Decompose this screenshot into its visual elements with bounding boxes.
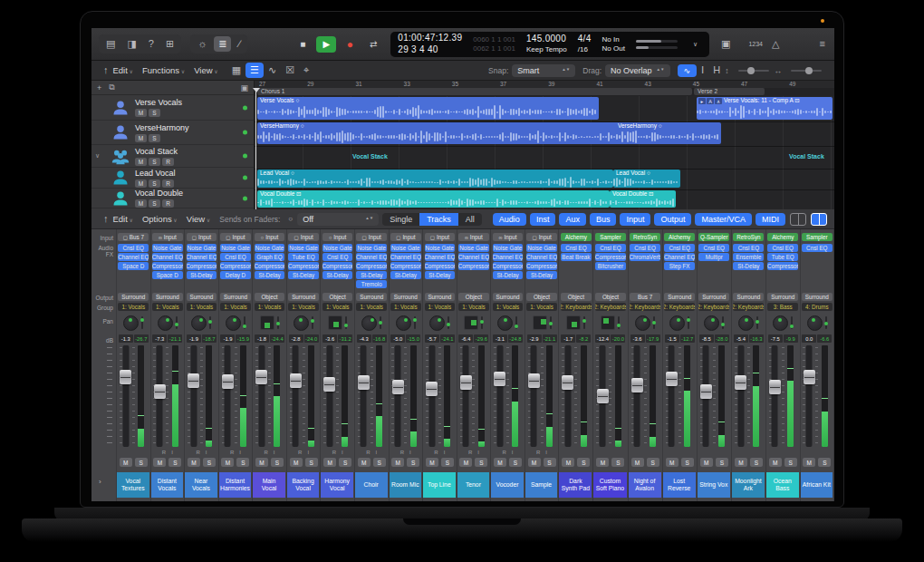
mute-button[interactable]: M: [290, 458, 303, 467]
record-enable-button[interactable]: R: [162, 179, 174, 188]
fx-slot[interactable]: Compressor: [288, 262, 319, 270]
input-monitor-dot[interactable]: [243, 105, 247, 110]
record-enable-button[interactable]: R: [230, 450, 234, 455]
fx-slot[interactable]: Noise Gate: [220, 244, 251, 252]
input-slot[interactable]: ∞Input: [458, 233, 489, 241]
fx-slot[interactable]: Channel EQ: [664, 253, 695, 261]
mute-button[interactable]: M: [562, 458, 574, 467]
lcd-position-field[interactable]: 01:00:47:12.3929 3 4 40: [398, 33, 462, 55]
fx-slot[interactable]: Step FX: [664, 262, 695, 270]
group-slot[interactable]: 1: Vocals: [356, 303, 387, 311]
input-monitor-dot[interactable]: [243, 176, 247, 180]
region-lead-vocal[interactable]: Lead Vocal ○: [613, 170, 680, 188]
fx-slot[interactable]: Space D: [118, 262, 149, 270]
snap-popup[interactable]: Smart▲▼: [512, 64, 575, 77]
mute-button[interactable]: M: [735, 458, 747, 467]
fx-slot[interactable]: Ensemble: [733, 253, 764, 261]
fx-slot[interactable]: Cnsl EQ: [802, 244, 833, 252]
pan-spread-slider[interactable]: [688, 316, 689, 329]
record-enable-button[interactable]: R: [366, 450, 370, 455]
lcd-tempo-field[interactable]: 145.0000Keep Tempo: [526, 34, 567, 54]
fx-slot[interactable]: Channel EQ: [526, 253, 557, 261]
pan-spread-slider[interactable]: [141, 316, 143, 329]
output-slot[interactable]: Surround: [698, 293, 729, 301]
solo-button[interactable]: S: [681, 458, 694, 467]
filter-bus[interactable]: Bus: [590, 213, 617, 226]
record-enable-button[interactable]: R: [265, 450, 268, 455]
fx-slot[interactable]: Noise Gate: [390, 244, 421, 252]
region-verseharmony[interactable]: VerseHarmony ○VerseHarmony ○: [257, 122, 721, 144]
solo-button[interactable]: S: [373, 458, 386, 467]
record-enable-button[interactable]: R: [332, 450, 336, 455]
group-slot[interactable]: 2: Keyboards: [733, 303, 764, 311]
marker-chorus-1[interactable]: Chorus 1: [257, 88, 692, 95]
region-chip[interactable]: ∧: [715, 98, 722, 104]
pan-spread-slider[interactable]: [515, 316, 517, 329]
arrange-menu-edit[interactable]: Edit ∨: [113, 65, 133, 75]
mute-button[interactable]: M: [323, 458, 336, 467]
fx-slot[interactable]: St-Delay: [390, 271, 421, 279]
fx-slot[interactable]: St-Delay: [733, 262, 764, 270]
arrange-canvas[interactable]: Verse Vocals ○▸A∧Verse Vocals: 11 - Comp…: [255, 96, 834, 209]
solo-button[interactable]: S: [149, 199, 160, 208]
group-slot[interactable]: 1: Vocals: [493, 303, 524, 311]
lcd-signature-field[interactable]: 4/4/16: [578, 34, 592, 54]
fx-slot[interactable]: Cnsl EQ: [322, 253, 353, 261]
fx-slot[interactable]: Channel EQ: [458, 253, 489, 261]
solo-button[interactable]: S: [577, 458, 590, 467]
input-slot[interactable]: ▢Input: [220, 233, 251, 241]
volume-fader[interactable]: [804, 370, 815, 384]
solo-button[interactable]: S: [203, 458, 216, 467]
input-monitor-button[interactable]: I: [206, 450, 207, 455]
fx-slot[interactable]: Channel EQ: [390, 253, 421, 261]
fx-slot[interactable]: Noise Gate: [152, 244, 183, 252]
fx-slot[interactable]: Compressor: [255, 262, 285, 270]
fx-slot[interactable]: Compressor: [390, 262, 421, 270]
record-enable-button[interactable]: R: [434, 450, 438, 455]
pan-spread-slider[interactable]: [345, 316, 347, 329]
fx-slot[interactable]: Noise Gate: [526, 244, 557, 252]
group-slot[interactable]: 1: Vocals: [526, 303, 557, 311]
mute-button[interactable]: M: [120, 458, 132, 467]
mixer-back-icon[interactable]: ↑: [99, 211, 113, 227]
record-enable-button[interactable]: R: [400, 450, 404, 455]
fx-slot[interactable]: Compressor: [322, 262, 353, 270]
record-enable-button[interactable]: R: [162, 158, 174, 166]
record-enable-button[interactable]: R: [468, 450, 472, 455]
pan-spread-slider[interactable]: [414, 316, 416, 329]
solo-button[interactable]: S: [750, 458, 763, 467]
group-slot[interactable]: 1: Vocals: [425, 303, 456, 311]
grid-view-icon[interactable]: ▦: [227, 63, 245, 78]
channel-name-plate[interactable]: Ocean Bass: [766, 472, 799, 498]
smart-controls-icon[interactable]: ☼: [193, 36, 211, 52]
record-enable-button[interactable]: R: [162, 199, 174, 208]
drag-popup[interactable]: No Overlap▲▼: [605, 64, 669, 77]
channel-name-plate[interactable]: Top Line: [423, 472, 456, 498]
mute-button[interactable]: M: [358, 458, 371, 467]
fx-slot[interactable]: Cnsl EQ: [664, 244, 695, 252]
fx-slot[interactable]: St-Delay: [493, 271, 524, 279]
metronome-button[interactable]: △: [767, 36, 784, 52]
output-slot[interactable]: Surround: [288, 293, 319, 301]
solo-button[interactable]: S: [818, 458, 831, 467]
mute-button[interactable]: M: [255, 458, 268, 467]
volume-fader[interactable]: [528, 373, 540, 388]
solo-button[interactable]: S: [149, 158, 160, 166]
pan-spread-slider[interactable]: [653, 316, 655, 329]
mute-button[interactable]: M: [391, 458, 404, 467]
group-slot[interactable]: 1: Vocals: [288, 303, 319, 311]
record-enable-button[interactable]: R: [536, 450, 540, 455]
pan-knob[interactable]: [807, 315, 823, 331]
channel-name-plate[interactable]: Moonlight Ark: [732, 472, 765, 498]
tuner-button[interactable]: ▣: [717, 36, 735, 52]
track-header-vocal-double[interactable]: Vocal DoubleMSR: [91, 189, 254, 208]
record-button[interactable]: ●: [340, 36, 360, 53]
group-slot[interactable]: 1: Vocals: [187, 303, 217, 311]
input-slot[interactable]: Alchemy: [767, 233, 798, 241]
input-monitor-button[interactable]: I: [307, 450, 309, 455]
fx-slot[interactable]: St-Delay: [288, 271, 319, 279]
group-slot[interactable]: 4: Drums: [802, 303, 833, 311]
playhead[interactable]: [255, 88, 256, 209]
fx-slot[interactable]: Beat Break: [561, 253, 592, 261]
volume-fader[interactable]: [494, 372, 505, 386]
